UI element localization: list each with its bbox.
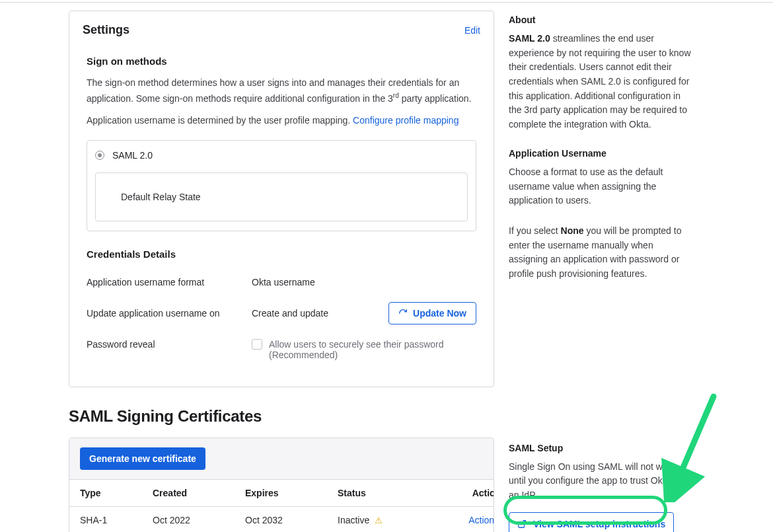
col-actions: Actions xyxy=(440,488,494,498)
external-link-icon xyxy=(517,519,527,529)
cred-row-label: Update application username on xyxy=(87,308,252,319)
certificates-table: Generate new certificate Type Created Ex… xyxy=(69,437,494,532)
view-saml-setup-button[interactable]: View SAML setup instructions xyxy=(509,512,674,532)
refresh-icon xyxy=(398,309,408,318)
saml-radio[interactable] xyxy=(95,151,104,160)
default-relay-state-label: Default Relay State xyxy=(95,172,468,221)
saml-setup-heading: SAML Setup xyxy=(509,443,692,453)
row-actions-dropdown[interactable]: Actions ▾ xyxy=(440,515,494,525)
table-row: SHA-1 Oct 2022 Oct 2032 Inactive ⚠ Actio… xyxy=(69,507,494,532)
cred-row-label: Application username format xyxy=(87,277,252,287)
col-type: Type xyxy=(80,488,153,498)
cell-created: Oct 2022 xyxy=(153,515,245,525)
warning-icon: ⚠ xyxy=(375,515,383,525)
saml-setup-text: Single Sign On using SAML will not work … xyxy=(509,460,692,503)
saml-method-box: SAML 2.0 Default Relay State xyxy=(87,140,476,231)
about-paragraph-1: SAML 2.0 streamlines the end user experi… xyxy=(509,32,692,132)
cred-row-value: Okta username xyxy=(252,277,476,287)
settings-card: Settings Edit Sign on methods The sign-o… xyxy=(69,11,494,387)
about-heading: About xyxy=(509,15,692,25)
cred-row-value: Allow users to securely see their passwo… xyxy=(269,339,476,360)
col-created: Created xyxy=(153,488,245,498)
table-header-row: Type Created Expires Status Actions xyxy=(69,480,494,507)
app-username-p1: Choose a format to use as the default us… xyxy=(509,165,692,208)
update-now-button[interactable]: Update Now xyxy=(388,302,476,324)
settings-title: Settings xyxy=(83,23,129,37)
sign-on-heading: Sign on methods xyxy=(87,56,476,67)
sign-on-description-1: The sign-on method determines how a user… xyxy=(87,76,476,106)
cell-type: SHA-1 xyxy=(80,515,153,525)
app-username-p2: If you select None you will be prompted … xyxy=(509,224,692,282)
password-reveal-checkbox[interactable] xyxy=(252,339,262,350)
cred-row-label: Password reveal xyxy=(87,339,252,350)
sign-on-description-2: Application username is determined by th… xyxy=(87,114,476,128)
col-expires: Expires xyxy=(245,488,338,498)
edit-button[interactable]: Edit xyxy=(464,25,480,36)
credentials-heading: Credentials Details xyxy=(87,248,476,260)
configure-profile-mapping-link[interactable]: Configure profile mapping xyxy=(353,115,459,126)
app-username-heading: Application Username xyxy=(509,148,692,159)
col-status: Status xyxy=(338,488,440,498)
generate-certificate-button[interactable]: Generate new certificate xyxy=(80,447,205,470)
cell-expires: Oct 2032 xyxy=(245,515,338,525)
cred-row-value: Create and update xyxy=(252,308,328,319)
cell-status: Inactive ⚠ xyxy=(338,515,440,525)
certificates-heading: SAML Signing Certificates xyxy=(69,407,494,426)
svg-line-0 xyxy=(521,520,525,524)
saml-radio-label: SAML 2.0 xyxy=(112,150,153,161)
